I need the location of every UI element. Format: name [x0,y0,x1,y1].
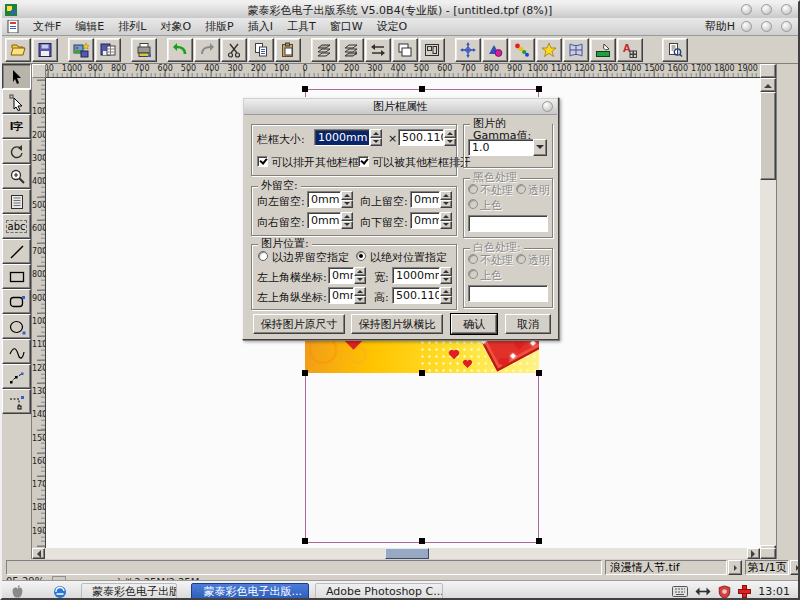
selection-handle[interactable] [536,86,542,92]
app-launcher-icon[interactable] [53,585,67,599]
horizontal-scroll-thumb[interactable] [385,548,429,559]
frame-width-spinner[interactable] [370,129,382,146]
pushed-by-others-checkbox[interactable] [358,156,369,167]
scroll-right-button[interactable] [747,548,760,559]
filename-spinner-button[interactable] [728,560,742,575]
height-input[interactable]: 500.1102mm [392,287,440,304]
rounded-rectangle-tool[interactable] [2,289,31,314]
path-tool[interactable] [2,389,31,414]
vertical-scroll-thumb[interactable] [760,92,776,180]
selection-handle[interactable] [419,86,425,92]
redo-button[interactable] [194,38,220,62]
keyboard-icon[interactable] [672,586,688,597]
selection-handle[interactable] [302,370,308,376]
undo-button[interactable] [167,38,193,62]
close-button[interactable] [781,4,792,15]
spin-down[interactable] [370,138,382,147]
dialog-close-button[interactable] [542,101,553,112]
text-format-button[interactable]: A [617,38,643,62]
export-image-button[interactable] [68,38,94,62]
line-tool[interactable] [2,239,31,264]
curve-tool[interactable] [2,339,31,364]
red-cross-icon[interactable] [738,585,751,598]
ok-button[interactable]: 确认 [451,314,497,334]
menu-item-4[interactable]: 排版P [198,19,241,34]
select-tool[interactable] [2,64,31,89]
keep-original-size-button[interactable]: 保持图片原尺寸 [253,314,345,334]
absolute-position-radio[interactable] [356,251,366,261]
menu-item-5[interactable]: 插入I [241,19,280,34]
x-coord-input[interactable]: 0mm [328,267,354,284]
selection-handle[interactable] [419,370,425,376]
spin-down[interactable] [444,138,456,147]
selection-handle[interactable] [302,538,308,544]
swap-order-button[interactable] [365,38,391,62]
cascade-button[interactable] [392,38,418,62]
rotate-tool[interactable] [2,139,31,164]
selection-handle[interactable] [302,86,308,92]
margin-right-input[interactable]: 0mm [307,212,341,229]
menu-item-help[interactable]: 帮助H [699,18,741,35]
menu-item-3[interactable]: 对象O [153,19,198,34]
menu-item-6[interactable]: 工具T [280,19,323,34]
horizontal-scrollbar[interactable] [32,548,776,559]
margin-left-spinner[interactable] [341,191,353,208]
margin-top-input[interactable]: 0mm [410,191,440,208]
vertical-scrollbar[interactable] [760,64,776,559]
taskbar-active-task[interactable]: 蒙泰彩色电子出版... [191,583,309,600]
menu-item-0[interactable]: 文件F [26,19,68,34]
cut-button[interactable] [221,38,247,62]
save-button[interactable] [32,38,58,62]
mdi-restore-button[interactable] [761,21,772,32]
shield-icon[interactable] [718,585,731,599]
margin-bottom-spinner[interactable] [440,212,452,229]
network-icon[interactable] [695,587,711,596]
selection-handle[interactable] [536,370,542,376]
spin-up[interactable] [444,129,456,138]
page-tool[interactable] [2,189,31,214]
paste-button[interactable] [275,38,301,62]
frame-height-input[interactable]: 500.1102mm [398,129,444,146]
rectangle-tool[interactable] [2,264,31,289]
taskbar-photoshop-task[interactable]: Ps Adobe Photoshop C... [315,583,443,600]
open-button[interactable] [5,38,31,62]
frame-height-spinner[interactable] [444,129,456,146]
menu-item-1[interactable]: 编辑E [68,19,111,34]
margin-top-spinner[interactable] [440,191,452,208]
minimize-button[interactable] [741,4,752,15]
by-margin-radio[interactable] [258,251,268,261]
polyline-tool[interactable] [2,364,31,389]
menu-item-7[interactable]: 窗口W [323,19,370,34]
x-coord-spinner[interactable] [354,267,366,284]
scroll-left-button[interactable] [32,548,45,559]
gamma-combobox[interactable]: 1.0 [468,139,534,156]
mdi-close-button[interactable] [781,21,792,32]
menu-item-2[interactable]: 排列L [111,19,153,34]
zoom-tool[interactable] [2,164,31,189]
star-button[interactable] [536,38,562,62]
combine-button[interactable] [419,38,445,62]
height-spinner[interactable] [440,287,452,304]
gamma-dropdown-button[interactable] [533,139,547,156]
send-backward-button[interactable] [338,38,364,62]
mesh-warp-button[interactable] [563,38,589,62]
apple-logo-icon[interactable] [10,584,25,600]
save-all-button[interactable] [95,38,121,62]
text-tool[interactable]: I字 [2,114,31,139]
y-coord-input[interactable]: 0mm [328,287,354,304]
width-spinner[interactable] [440,267,452,284]
selection-handle[interactable] [536,538,542,544]
insert-shape-button[interactable] [482,38,508,62]
push-others-checkbox[interactable] [257,156,268,167]
margin-right-spinner[interactable] [341,212,353,229]
scroll-up-button[interactable] [760,78,776,92]
spin-up[interactable] [370,129,382,138]
selection-handle[interactable] [419,538,425,544]
cancel-button[interactable]: 取消 [505,314,551,334]
taskbar-folder-task[interactable]: 蒙泰彩色电子出版... [81,583,177,600]
preview-button[interactable] [662,38,688,62]
frame-width-input[interactable]: 1000mm [314,129,370,146]
mdi-minimize-button[interactable] [741,21,752,32]
menu-item-8[interactable]: 设定O [370,19,415,34]
page-spinner-button[interactable] [790,560,798,575]
